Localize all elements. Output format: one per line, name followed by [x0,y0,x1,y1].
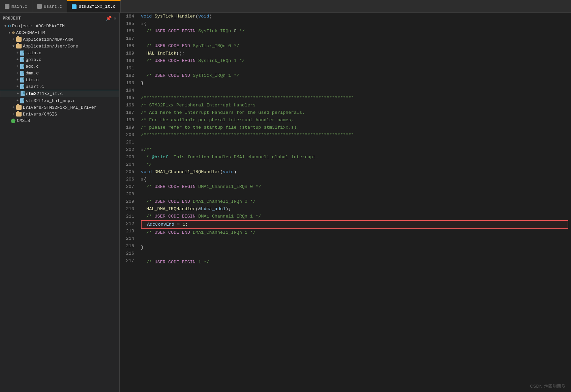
project-label: Project: ADC+DMA+TIM [12,24,65,29]
code-line-186: /* USER CODE BEGIN SysTick_IRQn 0 */ [141,28,568,35]
tab-stm32-it-c[interactable]: stm32f1xx_it.c [67,0,120,12]
tab-label-usart-c: usart.c [44,4,62,9]
folder-mdk-icon [16,37,22,42]
code-line-207: /* USER CODE BEGIN DMA1_Channel1_IRQn 0 … [141,183,568,191]
code-line-185: ⊟{ [141,20,568,28]
stm32-it-label: stm32f1xx_it.c [26,91,63,96]
code-line-194 [141,87,568,94]
expand-icon-9: + [15,77,20,83]
pin-icon[interactable]: 📌 [106,15,112,21]
gem-icon [11,119,16,123]
code-line-195: /***************************************… [141,94,568,102]
file-stm32msp-icon [20,98,24,103]
code-line-187 [141,35,568,42]
code-line-205: void DMA1_Channel1_IRQHandler(void) [141,168,568,176]
expand-icon: ▼ [3,23,8,29]
file-dma-icon [20,71,24,76]
usart-c-label: usart.c [26,84,44,89]
expand-icon-8: + [15,70,20,76]
expand-icon-4: ▼ [11,43,16,49]
code-line-211: /* USER CODE BEGIN DMA1_Channel1_IRQn 1 … [141,213,568,220]
tree-item-gpio-c[interactable]: + gpio.c [0,56,119,63]
drivers-cmsis-label: Drivers/CMSIS [23,112,57,117]
file-usart-icon [20,84,24,89]
tree-item-dma-c[interactable]: + dma.c [0,70,119,76]
code-line-191 [141,65,568,72]
expand-icon-6: + [15,57,20,62]
code-line-196: /* STM32F1xx Peripheral Interrupt Handle… [141,102,568,109]
adc-c-label: adc.c [26,64,39,69]
adc-dma-label: ADC+DMA+TIM [16,30,45,35]
tree-item-main-c[interactable]: + main.c [0,50,119,56]
app-user-label: Application/User/Core [23,44,78,49]
code-line-217: /* USER CODE BEGIN 1 */ [141,259,568,266]
tree-item-drivers-stm32[interactable]: + Drivers/STM32F1xx_HAL_Driver [0,104,119,111]
tab-label-stm32: stm32f1xx_it.c [79,4,115,9]
expand-icon-10: + [15,84,20,89]
tree-item-app-user[interactable]: ▼ Application/User/Core [0,43,119,50]
tree-item-tim-c[interactable]: + tim.c [0,76,119,83]
tab-usart-c[interactable]: usart.c [32,0,67,12]
code-line-184: void SysTick_Handler(void) [141,13,568,20]
app-mdk-label: Application/MDK-ARM [23,37,73,42]
code-line-197: /* Add here the Interrupt Handlers for t… [141,109,568,117]
tree-item-stm32-msp[interactable]: + stm32f1xx_hal_msp.c [0,97,119,104]
expand-icon-2: ▼ [7,30,12,35]
sidebar-header-icons: 📌 ✕ [106,15,117,21]
expand-icon-5: + [15,50,20,56]
tree-item-cmsis[interactable]: CMSIS [0,118,119,124]
code-line-216 [141,251,568,259]
expand-icon-14: + [11,111,16,117]
tree-item-drivers-cmsis[interactable]: + Drivers/CMSIS [0,111,119,118]
file-gpio-icon [20,57,24,62]
file-stm32it-icon [21,91,25,96]
expand-icon-7: + [15,64,20,69]
code-line-188: /* USER CODE END SysTick_IRQn 0 */ [141,42,568,50]
expand-icon-11: + [15,91,21,96]
code-line-215: } [141,244,568,251]
code-line-212: AdcConvEnd = 1; [141,220,568,229]
file-adc-icon [20,64,24,69]
cmsis-label: CMSIS [17,118,30,123]
main-layout: Project 📌 ✕ ▼ ⚙ Project: ADC+DMA+TIM ▼ ⚙… [0,13,571,392]
tab-label-main-c: main.c [11,4,27,9]
code-line-204: */ [141,161,568,168]
tree-item-adc-c[interactable]: + adc.c [0,63,119,70]
expand-icon-12: + [15,98,20,103]
folder-user-icon [16,44,22,48]
code-line-213: /* USER CODE END DMA1_Channel1_IRQn 1 */ [141,229,568,236]
code-line-206: ⊟{ [141,176,568,183]
sidebar: Project 📌 ✕ ▼ ⚙ Project: ADC+DMA+TIM ▼ ⚙… [0,13,120,392]
sidebar-title: Project [3,16,21,21]
line-numbers: 184 185 186 187 188 189 190 191 192 193 … [120,13,138,392]
tree-item-adc-dma-tim[interactable]: ▼ ⚙ ADC+DMA+TIM [0,29,119,36]
main-c-label: main.c [26,51,41,56]
code-line-202: ⊟/** [141,146,568,154]
drivers-stm32-label: Drivers/STM32F1xx_HAL_Driver [23,105,96,110]
watermark: CSDN @四脂西瓜 [530,383,566,389]
code-line-192: /* USER CODE END SysTick_IRQn 1 */ [141,72,568,79]
tree-item-usart-c[interactable]: + usart.c [0,83,119,90]
tab-main-c[interactable]: main.c [0,0,32,12]
folder-cmsis-icon [16,112,22,117]
code-line-214 [141,236,568,244]
code-line-190: /* USER CODE BEGIN SysTick_IRQn 1 */ [141,57,568,65]
code-line-201 [141,139,568,146]
code-editor[interactable]: 184 185 186 187 188 189 190 191 192 193 … [120,13,571,392]
expand-icon-3: + [11,37,16,42]
tree-item-project-root[interactable]: ▼ ⚙ Project: ADC+DMA+TIM [0,23,119,29]
project-icon: ⚙ [8,23,11,29]
file-tim-icon [20,77,24,83]
file-tab-icon [5,4,9,9]
tree-item-stm32-it[interactable]: + stm32f1xx_it.c [0,90,119,97]
file-main-icon [20,51,24,56]
code-line-193: } [141,79,568,87]
code-line-189: HAL_IncTick(); [141,50,568,57]
code-line-203: * @brief This function handles DMA1 chan… [141,154,568,161]
tree-item-app-mdk[interactable]: + Application/MDK-ARM [0,36,119,43]
close-icon[interactable]: ✕ [114,15,117,21]
code-content: void SysTick_Handler(void) ⊟{ /* USER CO… [138,13,571,392]
code-line-208 [141,191,568,198]
folder-drivers-icon [16,105,22,110]
code-line-200: /***************************************… [141,131,568,139]
